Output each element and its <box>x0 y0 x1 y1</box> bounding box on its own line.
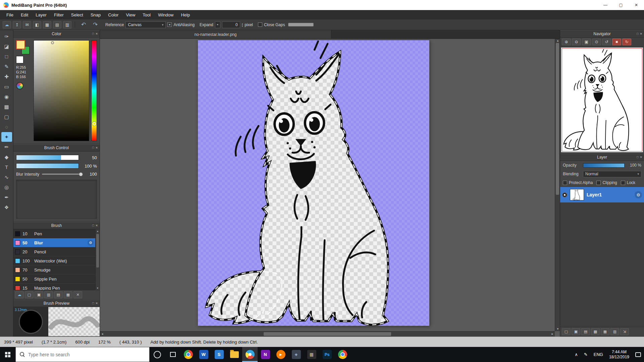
spin-down-icon[interactable]: ▾ <box>242 25 243 27</box>
close-icon[interactable]: ✕ <box>640 32 642 36</box>
tool-gradient[interactable]: ▩ <box>1 102 12 112</box>
blur-intensity-slider[interactable] <box>42 174 83 175</box>
task-view-button[interactable] <box>165 347 180 362</box>
brush-list-scrollbar[interactable]: ▲ ▼ <box>95 229 100 290</box>
menu-tool[interactable]: Tool <box>139 12 154 17</box>
clipping-checkbox[interactable] <box>596 181 601 185</box>
taskbar-app-medibang[interactable] <box>242 347 258 362</box>
duplicate-layer-icon[interactable]: ▣ <box>572 328 580 335</box>
scroll-down-icon[interactable]: ▼ <box>556 328 559 330</box>
brush-item-blur[interactable]: 50 Blur ⚙ <box>13 238 95 247</box>
blur-intensity-knob[interactable] <box>79 172 83 176</box>
gear-icon[interactable]: ⚙ <box>88 240 94 246</box>
expand-stepper[interactable]: ▴ ▾ <box>242 22 243 27</box>
taskbar-app-word[interactable]: W <box>196 347 211 362</box>
sv-marker[interactable] <box>51 41 54 44</box>
scroll-down-icon[interactable]: ▼ <box>96 287 100 289</box>
foreground-color-swatch[interactable] <box>16 40 25 49</box>
horizontal-scrollbar[interactable]: ◄ ► <box>100 331 555 337</box>
brush-folder-icon[interactable]: ▤ <box>54 291 63 298</box>
tool-move[interactable]: ✚ <box>1 72 12 81</box>
transparent-color-swatch[interactable] <box>16 56 23 63</box>
tool-eyedropper[interactable]: ✒ <box>1 192 12 202</box>
brush-opacity-slider[interactable] <box>16 163 79 169</box>
add-brush-options-icon[interactable]: ▣ <box>35 291 43 298</box>
redo-button[interactable]: ↷ <box>90 21 100 28</box>
duplicate-brush-icon[interactable]: ▥ <box>44 291 53 298</box>
navigator-thumbnail[interactable] <box>561 48 643 152</box>
sync-brush-icon[interactable]: ☁ <box>15 291 24 298</box>
close-icon[interactable]: ✕ <box>95 146 98 149</box>
protect-alpha-checkbox[interactable] <box>563 181 567 185</box>
vertical-scrollbar[interactable]: ▲ ▼ <box>555 39 560 331</box>
copy-brush-icon[interactable]: ▦ <box>64 291 72 298</box>
gear-icon[interactable]: ⚙ <box>635 191 642 198</box>
taskbar-app-media[interactable]: ▶ <box>273 347 288 362</box>
language-indicator[interactable]: ENG <box>591 347 606 362</box>
table-icon[interactable]: ▥ <box>63 21 71 28</box>
taskbar-app-chrome-2[interactable] <box>335 347 350 362</box>
close-gaps-slider[interactable] <box>288 23 314 26</box>
layer-settings-icon[interactable]: ⇲ <box>620 328 629 335</box>
zoom-out-icon[interactable]: ⊖ <box>572 39 581 45</box>
taskbar-clock[interactable]: 7:44 AM 18/12/2019 <box>606 347 632 362</box>
tool-eraser[interactable]: ◪ <box>1 42 12 51</box>
chat-icon[interactable]: ◧ <box>33 21 41 28</box>
brush-item-watercolor[interactable]: 100 Watercolor (Wet) <box>13 256 95 265</box>
cortana-button[interactable] <box>150 347 165 362</box>
publish-icon[interactable]: ↥ <box>13 21 21 28</box>
new-layer-icon[interactable]: ▢ <box>562 328 571 335</box>
horizontal-scroll-thumb[interactable] <box>264 332 391 336</box>
close-icon[interactable]: ✕ <box>95 32 98 36</box>
close-gaps-checkbox[interactable] <box>258 22 262 27</box>
add-brush-icon[interactable]: ▢ <box>25 291 34 298</box>
windows-ink-icon[interactable]: ✎ <box>581 347 591 362</box>
canvas-viewport[interactable]: ▲ ▼ ◄ ► <box>100 39 560 337</box>
tool-pencil[interactable]: ✏ <box>1 142 12 152</box>
menu-edit[interactable]: Edit <box>17 12 32 17</box>
menu-layer[interactable]: Layer <box>32 12 50 17</box>
tool-shape[interactable]: □ <box>1 52 12 61</box>
taskbar-app-grid[interactable]: ▦ <box>304 347 319 362</box>
merge-layer-icon[interactable]: ▥ <box>610 328 619 335</box>
popout-icon[interactable]: □ <box>92 146 94 149</box>
zoom-fit-icon[interactable]: ▣ <box>582 39 591 45</box>
grid-icon[interactable]: ▦ <box>43 21 51 28</box>
scrollbar-thumb[interactable] <box>96 234 99 267</box>
brush-item-pencil[interactable]: 20 Pencil <box>13 247 95 256</box>
zoom-in-icon[interactable]: ⊕ <box>562 39 571 45</box>
menu-help[interactable]: Help <box>177 12 194 17</box>
taskbar-app-explorer[interactable] <box>227 347 242 362</box>
taskbar-search[interactable] <box>15 347 150 362</box>
brush-item-stipple[interactable]: 50 Stipple Pen <box>13 275 95 284</box>
menu-select[interactable]: Select <box>67 12 87 17</box>
saturation-value-picker[interactable] <box>34 40 89 141</box>
blending-select[interactable]: Normal ▾ <box>583 171 641 177</box>
menu-view[interactable]: View <box>122 12 139 17</box>
popout-icon[interactable]: □ <box>92 224 94 227</box>
start-button[interactable] <box>0 347 15 362</box>
reset-rotation-icon[interactable]: ■ <box>612 39 621 45</box>
tool-curve[interactable]: ∿ <box>1 172 12 182</box>
rotate-left-icon[interactable]: ↺ <box>602 39 611 45</box>
layout-icon[interactable]: ▤ <box>53 21 61 28</box>
cloud-icon[interactable]: ☁ <box>3 21 11 28</box>
opacity-slider[interactable] <box>583 163 625 168</box>
lock-checkbox[interactable] <box>621 181 625 185</box>
tray-chevron-up-icon[interactable]: ∧ <box>572 347 581 362</box>
brush-item-smudge[interactable]: 70 Smudge <box>13 265 95 275</box>
scroll-right-icon[interactable]: ► <box>551 333 554 336</box>
popout-icon[interactable]: □ <box>637 156 638 159</box>
rotate-right-icon[interactable]: ↻ <box>622 39 631 45</box>
tool-brush[interactable]: ✑ <box>1 32 12 41</box>
tool-blur[interactable]: ✦ <box>1 132 12 142</box>
vertical-scroll-thumb[interactable] <box>556 43 559 195</box>
tool-pen[interactable]: ✎ <box>1 62 12 71</box>
brush-item-pen[interactable]: 10 Pen <box>13 229 95 238</box>
spin-up-icon[interactable]: ▴ <box>242 22 243 25</box>
maximize-button[interactable]: ▢ <box>613 0 629 10</box>
action-center-button[interactable] <box>632 347 644 362</box>
zoom-actual-icon[interactable]: ⊙ <box>592 39 601 45</box>
taskbar-app-skype[interactable]: S <box>211 347 227 362</box>
document-tab[interactable]: no-namestar.leader.png <box>100 30 331 39</box>
